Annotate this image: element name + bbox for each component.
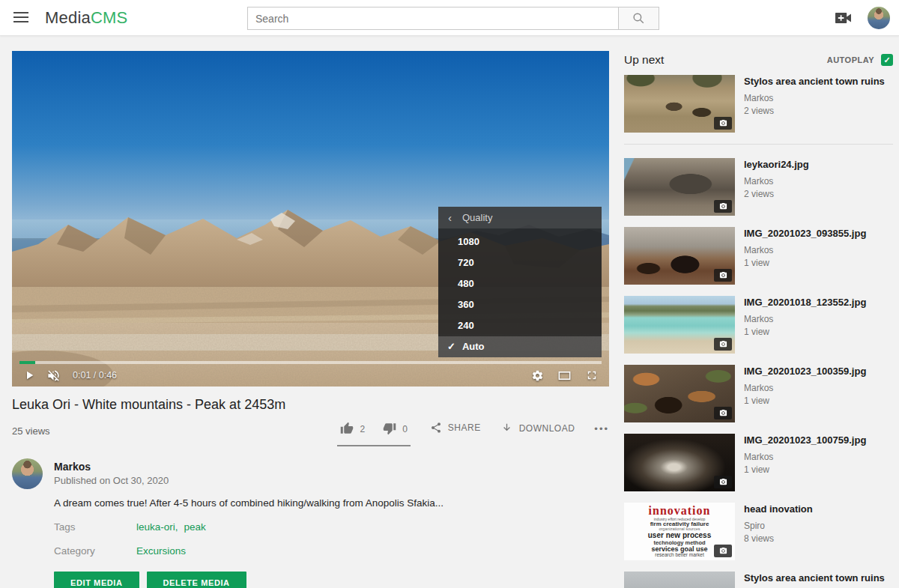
menu-icon[interactable]	[13, 12, 28, 24]
actions-row: 2 0 SHARE DOWNLOAD •••	[12, 419, 609, 446]
thumbnail[interactable]	[624, 434, 735, 491]
quality-options: 1080 720 480 360 240 ✓ Auto	[438, 228, 602, 357]
list-item[interactable]: IMG_20201023_093855.jpg Markos 1 view	[624, 227, 893, 285]
quality-menu-back[interactable]: ‹ Quality	[438, 207, 602, 228]
camera-icon	[719, 478, 727, 486]
thumbnail[interactable]	[624, 296, 735, 354]
check-icon: ✓	[447, 336, 455, 357]
tags-value: leuka-ori,peak	[136, 521, 206, 533]
publish-date: Published on Oct 30, 2020	[54, 475, 169, 486]
item-title[interactable]: head inovation	[744, 503, 813, 516]
edit-media-button[interactable]: EDIT MEDIA	[54, 572, 139, 588]
share-button[interactable]: SHARE	[430, 419, 481, 434]
camera-icon	[719, 271, 727, 279]
like-button[interactable]	[340, 422, 354, 435]
author-avatar[interactable]	[12, 458, 43, 489]
dislike-button[interactable]	[383, 422, 396, 435]
autoplay-label: AUTOPLAY	[827, 55, 874, 64]
item-title[interactable]: IMG_20201023_093855.jpg	[744, 228, 866, 240]
chevron-left-icon: ‹	[448, 211, 452, 224]
quality-option-1080[interactable]: 1080	[438, 231, 602, 252]
tag-link-leuka-ori[interactable]: leuka-ori,	[136, 521, 178, 533]
mute-button[interactable]	[46, 369, 61, 383]
logo-cms: CMS	[91, 8, 128, 27]
item-views: 2 views	[744, 106, 885, 116]
download-icon	[500, 422, 513, 434]
item-views: 1 view	[744, 464, 866, 475]
thumbnail[interactable]: innovation industry effort reduced devel…	[624, 503, 735, 560]
camera-icon	[719, 340, 727, 348]
download-button[interactable]: DOWNLOAD	[500, 419, 575, 434]
search-input[interactable]	[247, 7, 619, 30]
thumbnail[interactable]	[624, 572, 735, 588]
list-item[interactable]: IMG_20201023_100759.jpg Markos 1 view	[624, 434, 893, 491]
upload-media-button[interactable]	[835, 10, 853, 25]
list-item[interactable]: leykaori24.jpg Markos 2 views	[624, 158, 893, 216]
item-author: Markos	[744, 452, 866, 462]
thumbnail[interactable]	[624, 158, 735, 216]
item-author: Markos	[744, 93, 885, 103]
delete-media-button[interactable]: DELETE MEDIA	[147, 572, 246, 588]
search-bar	[247, 7, 659, 30]
theater-mode-button[interactable]	[557, 369, 572, 383]
category-label: Category	[54, 545, 95, 557]
upload-videocam-icon	[835, 10, 853, 25]
user-avatar[interactable]	[868, 7, 890, 29]
play-button[interactable]	[22, 369, 36, 382]
item-author: Spiro	[744, 521, 813, 531]
camera-icon	[719, 202, 727, 210]
item-title[interactable]: leykaori24.jpg	[744, 159, 809, 172]
item-views: 8 views	[744, 533, 813, 544]
item-title[interactable]: Stylos area ancient town ruins	[744, 572, 885, 585]
camera-icon	[719, 547, 727, 555]
logo[interactable]: MediaCMS	[45, 0, 127, 36]
item-author: Markos	[744, 383, 866, 393]
item-title[interactable]: IMG_20201023_100359.jpg	[744, 366, 866, 378]
list-item[interactable]: IMG_20201023_100359.jpg Markos 1 view	[624, 365, 893, 422]
author-name[interactable]: Markos	[54, 461, 91, 473]
item-title[interactable]: Stylos area ancient town ruins	[744, 76, 885, 88]
thumbnail[interactable]	[624, 365, 735, 422]
media-buttons: EDIT MEDIA DELETE MEDIA	[54, 572, 246, 588]
quality-menu: ‹ Quality 1080 720 480 360 240 ✓ Auto	[438, 207, 602, 357]
camera-icon	[719, 119, 727, 127]
item-views: 2 views	[744, 189, 809, 199]
wordcloud-line: user new process	[624, 532, 735, 540]
item-title[interactable]: IMG_20201023_100759.jpg	[744, 434, 866, 447]
more-options-button[interactable]: •••	[594, 419, 609, 434]
item-title[interactable]: IMG_20201018_123552.jpg	[744, 297, 866, 309]
quality-option-auto-selected[interactable]: ✓ Auto	[438, 336, 602, 357]
item-views: 1 view	[744, 258, 866, 268]
thumbnail[interactable]	[624, 227, 735, 285]
item-views: 1 view	[744, 395, 866, 406]
quality-option-480[interactable]: 480	[438, 273, 602, 294]
thumb-down-icon	[383, 422, 396, 435]
list-item[interactable]: Stylos area ancient town ruins	[624, 572, 893, 588]
quality-menu-title: Quality	[462, 212, 492, 223]
autoplay-control: AUTOPLAY ✓	[827, 54, 893, 66]
list-item[interactable]: Stylos area ancient town ruins Markos 2 …	[624, 75, 893, 133]
settings-button[interactable]	[531, 369, 544, 382]
item-author: Markos	[744, 245, 866, 255]
quality-option-720[interactable]: 720	[438, 252, 602, 273]
logo-media: Media	[45, 8, 91, 27]
fullscreen-button[interactable]	[585, 369, 599, 382]
tag-link-peak[interactable]: peak	[184, 521, 206, 533]
autoplay-checkbox[interactable]: ✓	[881, 54, 893, 66]
time-display: 0:01 / 0:46	[73, 370, 117, 381]
divider	[624, 144, 893, 145]
video-player[interactable]: ‹ Quality 1080 720 480 360 240 ✓ Auto 0:…	[12, 51, 609, 387]
item-author: Markos	[744, 314, 866, 324]
share-icon	[430, 422, 442, 434]
category-link-excursions[interactable]: Excursions	[136, 545, 186, 557]
like-count: 2	[360, 424, 365, 434]
quality-option-360[interactable]: 360	[438, 294, 602, 315]
video-title: Leuka Ori - White mountains - Peak at 24…	[12, 397, 596, 413]
thumbnail[interactable]	[624, 75, 735, 133]
up-next-title: Up next	[624, 53, 664, 67]
quality-option-240[interactable]: 240	[438, 315, 602, 336]
list-item[interactable]: innovation industry effort reduced devel…	[624, 503, 893, 560]
list-item[interactable]: IMG_20201018_123552.jpg Markos 1 view	[624, 296, 893, 354]
rating-group: 2 0	[337, 419, 410, 446]
search-button[interactable]	[618, 7, 659, 30]
